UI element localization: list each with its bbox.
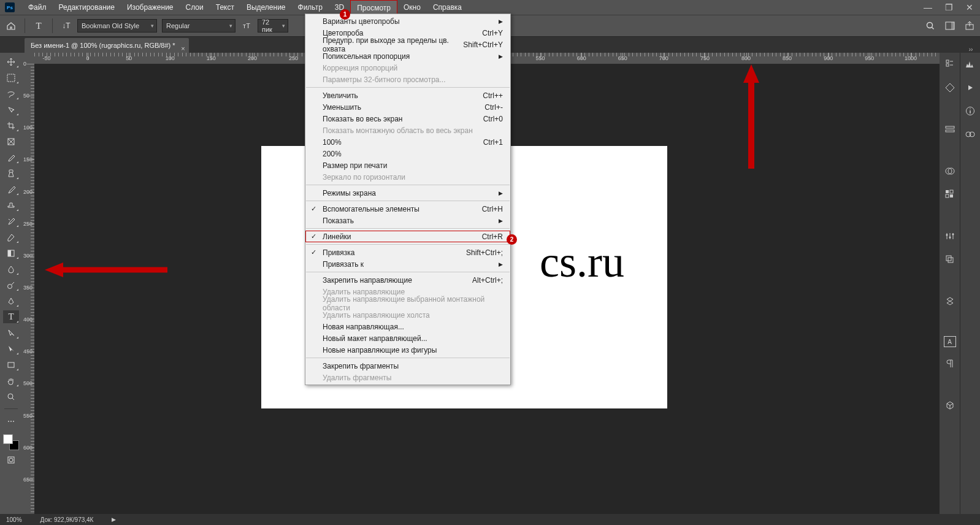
- layers-panel-icon[interactable]: [943, 253, 957, 266]
- color-swatches[interactable]: [3, 434, 19, 450]
- channels-panel-icon[interactable]: [943, 294, 957, 308]
- document-tab[interactable]: Без имени-1 @ 100% (rugraphics.ru, RGB/8…: [25, 38, 189, 53]
- menu-item[interactable]: 100%Ctrl+1: [305, 136, 510, 148]
- menu-item[interactable]: Показать во весь экранCtrl+0: [305, 113, 510, 125]
- menu-item[interactable]: Показать▶: [305, 215, 510, 226]
- hand-tool[interactable]: [3, 374, 19, 387]
- menu-изображение[interactable]: Изображение: [121, 0, 180, 15]
- frame-tool[interactable]: [3, 135, 19, 148]
- history-brush-tool[interactable]: [3, 215, 19, 228]
- histogram-panel-icon[interactable]: [963, 58, 977, 71]
- swatches-panel-icon[interactable]: [943, 164, 957, 178]
- pen-tool[interactable]: [3, 294, 19, 307]
- path-select-tool[interactable]: [3, 326, 19, 339]
- quick-select-tool[interactable]: [3, 103, 19, 116]
- rectangle-tool[interactable]: [3, 358, 19, 371]
- menu-item[interactable]: Попиксельная пропорция▶: [305, 50, 510, 62]
- paragraph-panel-icon[interactable]: [943, 357, 957, 370]
- blur-tool[interactable]: [3, 262, 19, 275]
- character-panel-icon[interactable]: A: [944, 336, 956, 347]
- info-panel-icon[interactable]: [963, 104, 977, 118]
- vertical-ruler[interactable]: 050100150200250300350400450500550600650: [22, 53, 34, 514]
- collapse-tabs-icon[interactable]: ››: [962, 46, 980, 53]
- minimize-button[interactable]: —: [917, 2, 938, 12]
- close-button[interactable]: ✕: [959, 2, 980, 12]
- menu-фильтр[interactable]: Фильтр: [292, 0, 329, 15]
- menu-item[interactable]: УвеличитьCtrl++: [305, 90, 510, 101]
- menu-файл[interactable]: Файл: [22, 0, 53, 15]
- menu-item[interactable]: Размер при печати: [305, 159, 510, 171]
- menu-item[interactable]: Закрепить направляющиеAlt+Ctrl+;: [305, 274, 510, 286]
- font-size-dropdown[interactable]: 72 пик: [258, 19, 288, 33]
- doc-info-arrow-icon[interactable]: ▶: [112, 516, 116, 523]
- dodge-tool[interactable]: [3, 278, 19, 291]
- menu-item[interactable]: Новый макет направляющей...: [305, 332, 510, 344]
- svg-rect-10: [8, 362, 14, 367]
- menu-справка[interactable]: Справка: [427, 0, 468, 15]
- menu-item[interactable]: ✓Вспомогательные элементыCtrl+H: [305, 203, 510, 215]
- brushes-panel-icon[interactable]: [943, 123, 957, 136]
- search-icon[interactable]: [925, 20, 936, 31]
- direct-select-tool[interactable]: [3, 342, 19, 355]
- font-size-icon: тT: [240, 20, 253, 32]
- menu-просмотр[interactable]: Просмотр: [350, 0, 397, 15]
- menu-item[interactable]: Новая направляющая...: [305, 321, 510, 332]
- menu-item[interactable]: Привязать к▶: [305, 258, 510, 270]
- viewmode-icon[interactable]: [944, 20, 955, 31]
- svg-rect-14: [946, 60, 949, 63]
- menu-выделение[interactable]: Выделение: [240, 0, 292, 15]
- eyedropper-tool[interactable]: [3, 151, 19, 164]
- svg-rect-15: [946, 64, 949, 66]
- menu-item[interactable]: Режимы экрана▶: [305, 187, 510, 199]
- canvas-text-layer[interactable]: cs.ru: [540, 237, 624, 288]
- menu-item[interactable]: Варианты цветопробы▶: [305, 15, 510, 27]
- home-icon[interactable]: [5, 20, 17, 32]
- marquee-tool[interactable]: [3, 71, 19, 84]
- eraser-tool[interactable]: [3, 231, 19, 243]
- right-panels: A: [940, 53, 980, 514]
- zoom-tool[interactable]: [3, 390, 19, 403]
- type-tool[interactable]: T: [3, 310, 19, 323]
- edit-toolbar-icon[interactable]: ⋯: [3, 415, 19, 427]
- quick-mask-icon[interactable]: [3, 453, 19, 466]
- text-tool-preset-icon[interactable]: T: [33, 20, 45, 32]
- font-family-dropdown[interactable]: Bookman Old Style: [77, 19, 157, 33]
- history-panel-icon[interactable]: [943, 58, 957, 71]
- doc-info[interactable]: Док: 922,9К/973,4К: [40, 516, 94, 523]
- menu-item[interactable]: 200%: [305, 148, 510, 159]
- actions-panel-icon[interactable]: [963, 81, 977, 94]
- 3d-panel-icon[interactable]: [943, 399, 957, 412]
- menu-текст[interactable]: Текст: [210, 0, 240, 15]
- svg-rect-8: [8, 250, 11, 256]
- adjustments-panel-icon[interactable]: [943, 229, 957, 243]
- brush-tool[interactable]: [3, 183, 19, 196]
- svg-point-11: [8, 394, 13, 399]
- svg-point-0: [927, 23, 933, 28]
- properties-panel-icon[interactable]: [943, 81, 957, 94]
- crop-tool[interactable]: [3, 119, 19, 132]
- svg-point-26: [952, 234, 954, 236]
- gradient-tool[interactable]: [3, 247, 19, 259]
- menu-item[interactable]: Предупр. при выходе за пределы цв. охват…: [305, 39, 510, 50]
- menu-item[interactable]: УменьшитьCtrl+-: [305, 101, 510, 113]
- font-weight-dropdown[interactable]: Regular: [162, 19, 235, 33]
- menu-редактирование[interactable]: Редактирование: [53, 0, 121, 15]
- maximize-button[interactable]: ❐: [938, 2, 959, 12]
- share-icon[interactable]: [964, 20, 975, 31]
- stamp-tool[interactable]: [3, 199, 19, 212]
- annotation-badge-1: 1: [340, 9, 350, 20]
- healing-tool[interactable]: [3, 167, 19, 180]
- lasso-tool[interactable]: [3, 87, 19, 100]
- cc-libs-panel-icon[interactable]: [963, 128, 977, 141]
- styles-panel-icon[interactable]: [943, 188, 957, 201]
- menu-item[interactable]: ✓ПривязкаShift+Ctrl+;: [305, 247, 510, 258]
- zoom-level[interactable]: 100%: [6, 516, 22, 523]
- menu-слои[interactable]: Слои: [180, 0, 210, 15]
- menu-item[interactable]: Закрепить фрагменты: [305, 360, 510, 372]
- svg-rect-27: [946, 256, 951, 261]
- menu-окно[interactable]: Окно: [397, 0, 427, 15]
- menu-item[interactable]: Новые направляющие из фигуры: [305, 344, 510, 356]
- text-orientation-icon[interactable]: ↓T: [60, 20, 72, 32]
- move-tool[interactable]: [3, 55, 19, 68]
- menu-item[interactable]: ✓ЛинейкиCtrl+R: [305, 231, 510, 242]
